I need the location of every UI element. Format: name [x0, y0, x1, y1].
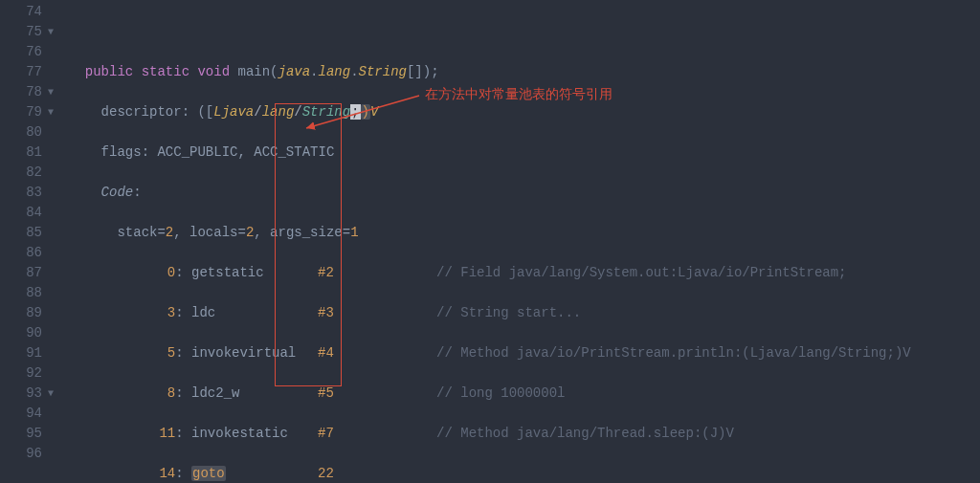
code-line: public static void main(java.lang.String… [69, 62, 980, 82]
cursor: ; [350, 104, 360, 120]
args-val: 1 [350, 225, 358, 240]
opcode: invokestatic [191, 424, 318, 444]
constpool-ref: #3 [318, 305, 334, 320]
line-number: 82 [0, 163, 56, 183]
constpool-ref: #2 [318, 265, 334, 280]
opcode: goto [191, 466, 226, 481]
flag: ACC_PUBLIC [157, 144, 237, 160]
offset: 0 [167, 265, 175, 280]
line-number: 86 [0, 243, 56, 263]
offset: 5 [167, 345, 175, 361]
line-number: 76 [0, 42, 56, 62]
line-number: 74 [0, 2, 56, 22]
fold-icon[interactable]: ▼ [46, 384, 56, 404]
opcode: ldc [191, 303, 318, 323]
line-number: 87 [0, 263, 56, 283]
line-number: 84 [0, 203, 56, 223]
line-number: 78▼ [0, 82, 56, 102]
line-number: 85 [0, 223, 56, 243]
fold-icon[interactable]: ▼ [46, 82, 56, 102]
line-number: 81 [0, 143, 56, 163]
code-line [69, 22, 980, 42]
offset: 3 [167, 305, 175, 320]
constpool-ref: #7 [318, 426, 334, 441]
bytecode-line: 3: ldc#3// String start... [69, 303, 980, 323]
bytecode-line: 11: invokestatic#7// Method java/lang/Th… [69, 424, 980, 444]
opcode: ldc2_w [191, 384, 318, 404]
code-line: Code: [69, 183, 980, 203]
fold-icon[interactable]: ▼ [46, 102, 56, 122]
flags-label: flags [101, 144, 142, 160]
opcode: invokevirtual [191, 343, 318, 363]
line-number: 96 [0, 444, 56, 464]
code-area[interactable]: public static void main(java.lang.String… [61, 0, 980, 483]
comment: // Method java/io/PrintStream.println:(L… [436, 345, 911, 361]
comment: // Method java/lang/Thread.sleep:(J)V [436, 426, 734, 441]
constpool-ref: #5 [318, 385, 334, 401]
locals-label: locals [189, 225, 237, 240]
bytecode-line: 5: invokevirtual#4// Method java/io/Prin… [69, 343, 980, 363]
comment: // String start... [436, 305, 581, 320]
jump-target: 22 [318, 466, 334, 481]
line-number: 89 [0, 303, 56, 323]
constpool-ref: #4 [318, 345, 334, 361]
bytecode-line: 8: ldc2_w#5// long 1000000l [69, 384, 980, 404]
bytecode-line: 14: goto22 [69, 464, 980, 483]
line-number: 83 [0, 183, 56, 203]
descriptor-label: descriptor [101, 104, 182, 120]
line-number: 77 [0, 62, 56, 82]
line-number: 91 [0, 343, 56, 363]
line-number: 90 [0, 323, 56, 343]
code-line: descriptor: ([Ljava/lang/String;)V [69, 102, 980, 122]
code-line: flags: ACC_PUBLIC, ACC_STATIC [69, 143, 980, 163]
comment: // long 1000000l [436, 385, 565, 401]
fold-icon[interactable]: ▼ [46, 22, 56, 42]
stack-label: stack [117, 225, 157, 240]
opcode: getstatic [191, 263, 318, 283]
paren-close: ); [423, 64, 439, 79]
type-pkg: java [278, 64, 311, 79]
line-number: 80 [0, 122, 56, 143]
line-number: 88 [0, 283, 56, 303]
method-name: main [237, 64, 270, 79]
line-number: 92 [0, 363, 56, 384]
array-brackets: [] [407, 64, 423, 79]
offset: 8 [167, 385, 175, 401]
code-label: Code [101, 185, 134, 200]
stack-val: 2 [166, 225, 173, 240]
bytecode-line: 0: getstatic#2// Field java/lang/System.… [69, 263, 980, 283]
flag: ACC_STATIC [254, 144, 334, 160]
line-number: 95 [0, 424, 56, 444]
type-name: String [359, 64, 407, 79]
keyword-void: void [197, 64, 230, 79]
line-number: 93▼ [0, 384, 56, 404]
args-label: args_size [270, 225, 343, 240]
type-pkg: lang [319, 64, 351, 79]
offset: 14 [159, 466, 175, 481]
comment: // Field java/lang/System.out:Ljava/io/P… [436, 265, 846, 280]
paren-match: ) [361, 104, 370, 120]
keyword-public: public [85, 64, 133, 79]
keyword-static: static [142, 64, 189, 79]
code-line: stack=2, locals=2, args_size=1 [69, 223, 980, 243]
offset: 11 [159, 426, 175, 441]
line-number: 79▼ [0, 102, 56, 122]
line-number-gutter: 74 75▼ 76 77 78▼ 79▼ 80 81 82 83 84 85 8… [0, 0, 61, 483]
line-number: 75▼ [0, 22, 56, 42]
line-number: 94 [0, 404, 56, 424]
code-editor: 74 75▼ 76 77 78▼ 79▼ 80 81 82 83 84 85 8… [0, 0, 980, 483]
